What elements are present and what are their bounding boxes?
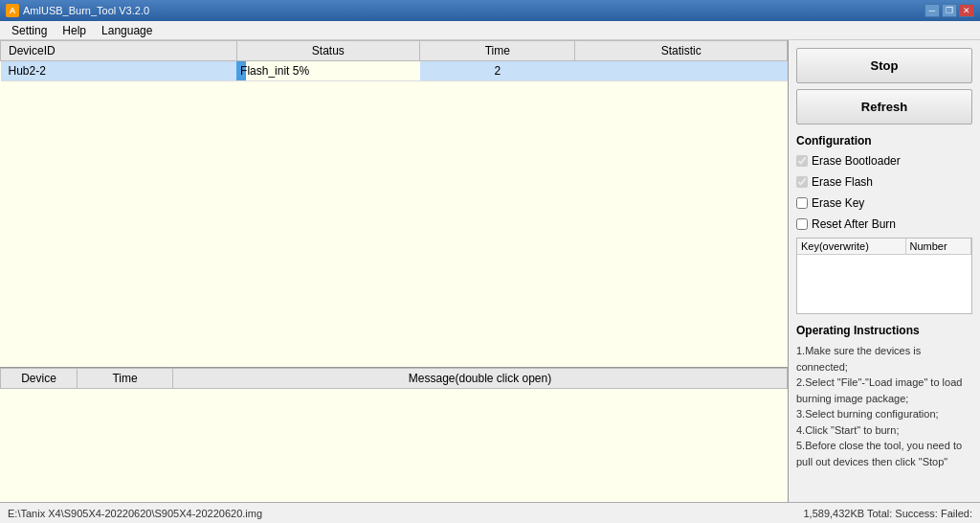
log-col-device: Device bbox=[1, 369, 78, 389]
config-erase-key: Erase Key bbox=[796, 195, 972, 211]
cell-device-id: Hub2-2 bbox=[1, 61, 237, 81]
config-erase-flash: Erase Flash bbox=[796, 174, 972, 190]
log-area: Device Time Message(double click open) bbox=[0, 368, 788, 502]
checkbox-erase-bootloader[interactable] bbox=[796, 155, 808, 167]
title-bar-left: A AmlUSB_Burn_Tool V3.2.0 bbox=[6, 4, 149, 17]
device-table: DeviceID Status Time Statistic Hub2-2 Fl… bbox=[0, 40, 788, 81]
cell-statistic bbox=[575, 61, 788, 81]
stop-button[interactable]: Stop bbox=[796, 48, 972, 83]
main-content: DeviceID Status Time Statistic Hub2-2 Fl… bbox=[0, 40, 980, 502]
refresh-button[interactable]: Refresh bbox=[796, 89, 972, 125]
checkbox-erase-key[interactable] bbox=[796, 197, 808, 209]
window-controls: ─ ❐ ✕ bbox=[924, 4, 974, 17]
status-file-path: E:\Tanix X4\S905X4-20220620\S905X4-20220… bbox=[8, 508, 262, 519]
device-table-container: DeviceID Status Time Statistic Hub2-2 Fl… bbox=[0, 40, 788, 368]
col-statistic: Statistic bbox=[575, 41, 788, 61]
right-panel: Stop Refresh Configuration Erase Bootloa… bbox=[789, 40, 980, 502]
label-reset-after-burn: Reset After Burn bbox=[812, 217, 896, 231]
close-button[interactable]: ✕ bbox=[959, 4, 974, 17]
label-erase-key: Erase Key bbox=[812, 196, 864, 210]
key-col-key: Key(overwrite) bbox=[797, 239, 905, 255]
key-table-container: Key(overwrite) Number bbox=[796, 238, 972, 314]
menu-setting[interactable]: Setting bbox=[4, 22, 55, 39]
config-reset-after-burn: Reset After Burn bbox=[796, 216, 972, 232]
config-erase-bootloader: Erase Bootloader bbox=[796, 153, 972, 169]
checkbox-erase-flash[interactable] bbox=[796, 176, 808, 188]
window-title: AmlUSB_Burn_Tool V3.2.0 bbox=[23, 5, 149, 16]
log-content bbox=[0, 389, 788, 502]
status-stats: 1,589,432KB Total: Success: Failed: bbox=[803, 508, 972, 519]
label-erase-bootloader: Erase Bootloader bbox=[812, 154, 901, 168]
app-icon: A bbox=[6, 4, 19, 17]
menu-language[interactable]: Language bbox=[94, 22, 160, 39]
col-status: Status bbox=[236, 41, 420, 61]
left-panel: DeviceID Status Time Statistic Hub2-2 Fl… bbox=[0, 40, 789, 502]
col-time: Time bbox=[420, 41, 575, 61]
configuration-title: Configuration bbox=[796, 134, 972, 148]
status-bar: E:\Tanix X4\S905X4-20220620\S905X4-20220… bbox=[0, 502, 980, 523]
cell-status: Flash_init 5% bbox=[236, 61, 420, 81]
key-table: Key(overwrite) Number bbox=[797, 239, 971, 255]
cell-time: 2 bbox=[420, 61, 575, 81]
instructions-text: 1.Make sure the devices is connected;2.S… bbox=[796, 343, 972, 469]
log-col-time: Time bbox=[78, 369, 173, 389]
menu-help[interactable]: Help bbox=[55, 22, 94, 39]
menu-bar: Setting Help Language bbox=[0, 21, 980, 40]
minimize-button[interactable]: ─ bbox=[924, 4, 940, 17]
key-col-number: Number bbox=[905, 239, 971, 255]
label-erase-flash: Erase Flash bbox=[812, 175, 873, 189]
title-bar: A AmlUSB_Burn_Tool V3.2.0 ─ ❐ ✕ bbox=[0, 0, 980, 21]
log-col-message: Message(double click open) bbox=[173, 369, 788, 389]
log-table: Device Time Message(double click open) bbox=[0, 368, 788, 389]
table-row[interactable]: Hub2-2 Flash_init 5% 2 bbox=[1, 61, 788, 81]
checkbox-reset-after-burn[interactable] bbox=[796, 218, 808, 230]
col-deviceid: DeviceID bbox=[1, 41, 237, 61]
restore-button[interactable]: ❐ bbox=[942, 4, 957, 17]
instructions-title: Operating Instructions bbox=[796, 324, 972, 337]
